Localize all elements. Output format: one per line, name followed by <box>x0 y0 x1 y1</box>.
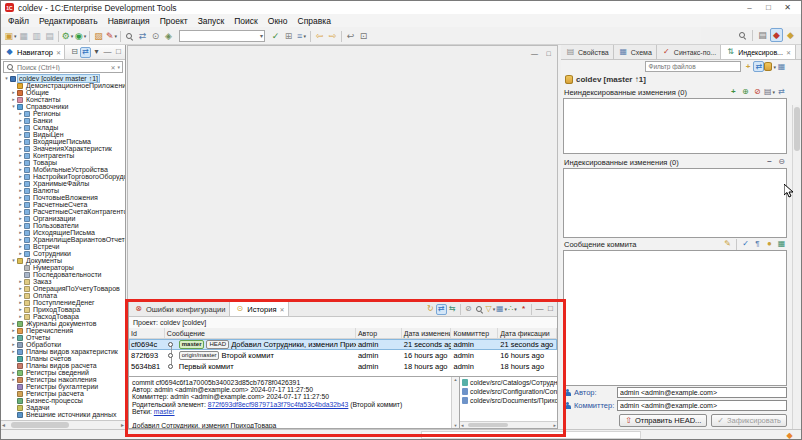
column-header-6[interactable]: Дата фиксации <box>498 328 557 338</box>
tree-expander-icon[interactable]: ▸ <box>17 243 24 250</box>
tree-item[interactable]: ▸Пользователи <box>1 222 125 229</box>
nav-back-icon[interactable]: ⇦ <box>313 29 326 43</box>
editor-area-btn-icon[interactable]: ▤ <box>756 28 769 42</box>
tree-expander-icon[interactable]: ▾ <box>10 103 17 110</box>
tree-expander-icon[interactable]: ▸ <box>10 327 17 334</box>
parent-commit-link[interactable]: 872f693df8ecf987971a3f79c4fa53c4bda32b43 <box>208 401 349 408</box>
branch-link[interactable]: master <box>154 408 175 415</box>
tree-expander-icon[interactable]: ▸ <box>10 348 17 355</box>
tab-close-icon[interactable]: ✕ <box>786 49 791 56</box>
link-editor-icon[interactable]: ⇄ <box>753 61 764 72</box>
max-icon[interactable]: □ <box>545 304 556 315</box>
tree-item[interactable]: ▸РасчетныеСчета <box>1 201 125 208</box>
author-field[interactable] <box>617 387 787 398</box>
tab-properties[interactable]: ▤Свойства <box>561 45 614 59</box>
tab-history[interactable]: ⊙История✕ <box>230 302 289 316</box>
tree-expander-icon[interactable]: ▸ <box>10 341 17 348</box>
check-small-icon[interactable]: ✓ <box>269 29 282 43</box>
column-header-2[interactable]: Сообщение <box>165 328 356 338</box>
tree-expander-icon[interactable]: ▾ <box>10 257 17 264</box>
last-edit-icon[interactable]: ↩ <box>344 29 357 43</box>
find-icon[interactable] <box>474 304 485 315</box>
scroll-thumb[interactable] <box>468 423 508 427</box>
tree-expander-icon[interactable]: ▸ <box>17 117 24 124</box>
grid-icon[interactable]: ▦ <box>776 61 787 72</box>
tree-expander-icon[interactable]: ▸ <box>17 187 24 194</box>
commit-row[interactable]: cf0694cmasterHEADДобавил Сотрудники, изм… <box>129 339 557 350</box>
refresh-icon[interactable]: ↻ <box>425 304 436 315</box>
tab-schema[interactable]: ▦Схема <box>614 45 657 59</box>
min-icon[interactable]: — <box>102 47 113 58</box>
push-head-button[interactable]: ⇧Отправить HEAD... <box>619 414 707 427</box>
unstaged-changes-list[interactable] <box>563 98 787 154</box>
tree-item[interactable]: ▸ВходящиеПисьма <box>1 138 125 145</box>
tree-item[interactable]: Нумераторы <box>1 264 125 271</box>
tree-expander-icon[interactable]: ▸ <box>10 96 17 103</box>
tab-staging-tab[interactable]: ⇅Индексиров...✕ <box>721 45 796 59</box>
nav-forward-icon[interactable]: ⇨ <box>326 29 339 43</box>
tree-expander-icon[interactable]: ▸ <box>17 222 24 229</box>
commit-file-row[interactable]: coldev/src/Catalogs/Сотрудники/Сотрудник… <box>460 378 557 387</box>
tree-item[interactable]: ▾Документы <box>1 257 125 264</box>
scroll-thumb[interactable] <box>794 107 800 151</box>
add-gold-icon[interactable]: + <box>742 61 753 72</box>
tree-item[interactable]: ▸Встречи <box>1 243 125 250</box>
ignore-icon[interactable]: ⊘ <box>752 87 763 98</box>
save-copy-icon[interactable]: ▤ <box>43 29 56 43</box>
tree-item[interactable]: Задачи <box>1 404 125 411</box>
tree-expander-icon[interactable]: ▸ <box>17 110 24 117</box>
save-all-icon[interactable]: ▥ <box>30 29 43 43</box>
minimize-button[interactable]: – <box>740 2 759 14</box>
column-header-3[interactable]: Автор <box>356 328 402 338</box>
search-input[interactable] <box>17 64 108 71</box>
format-brush-icon[interactable]: ✎▾ <box>105 29 118 43</box>
search-small-icon[interactable] <box>123 29 136 43</box>
staged-changes-list[interactable] <box>563 168 787 238</box>
menu-item[interactable]: Файл <box>3 16 34 26</box>
tree-item[interactable]: ▸Регионы <box>1 110 125 117</box>
tree-expander-icon[interactable]: ▸ <box>17 138 24 145</box>
filter-resource-icon[interactable]: ⊘ <box>463 304 474 315</box>
tree-expander-icon[interactable]: ▸ <box>17 173 24 180</box>
commit-button[interactable]: ✓Зафиксировать <box>711 414 787 427</box>
committer-field[interactable] <box>617 400 787 411</box>
tree-expander-icon[interactable]: ▾ <box>3 75 10 82</box>
tree-item[interactable]: ▸Общие <box>1 89 125 96</box>
tree-expander-icon[interactable]: ▸ <box>17 313 24 320</box>
scroll-thumb[interactable] <box>11 422 69 428</box>
settings-dropdown-icon[interactable]: ⚙▾ <box>61 29 74 43</box>
tree-item[interactable]: Планы видов расчета <box>1 362 125 369</box>
config-errors-icon[interactable]: ⊗ <box>133 304 144 315</box>
view-dropdown-icon[interactable]: ▤▾ <box>764 87 775 98</box>
tree-item[interactable]: ДемонстрационноеПриложение <box>1 82 125 89</box>
history-tab-icon[interactable]: ⊙ <box>234 304 245 315</box>
unstage-icon[interactable]: − <box>764 157 775 168</box>
tree-item[interactable]: ▸ВидыЦен <box>1 131 125 138</box>
tree-item[interactable]: ▸МобильныеУстройства <box>1 166 125 173</box>
menu-item[interactable]: Окно <box>263 16 293 26</box>
stage-icon[interactable]: + <box>728 87 739 98</box>
tree-item[interactable]: ▸Заказ <box>1 278 125 285</box>
tree-item[interactable]: ▸Регистры накопления <box>1 376 125 383</box>
tree-expander-icon[interactable]: ▸ <box>10 376 17 383</box>
tree-expander-icon[interactable]: ▸ <box>17 166 24 173</box>
navigator-hscrollbar[interactable]: ◂ ▸ <box>1 420 125 429</box>
tree-item[interactable]: Регистры расчета <box>1 390 125 397</box>
files-hscrollbar[interactable]: ◂ ▸ <box>460 421 557 428</box>
commit-message-input[interactable] <box>563 250 787 386</box>
tree-expander-icon[interactable]: ▸ <box>17 124 24 131</box>
file-filter-input[interactable] <box>645 61 741 72</box>
tree-expander-icon[interactable]: ▸ <box>17 285 24 292</box>
perspective-edt-icon[interactable]: ◆ <box>770 28 783 42</box>
tree-item[interactable]: ▸РасходТовара <box>1 313 125 320</box>
tree-item[interactable]: ▸Планы видов характеристик <box>1 348 125 355</box>
tree-item[interactable]: ▾coldev [coldev master ↑1] <box>1 75 125 82</box>
link-editor-icon[interactable]: ⇄ <box>80 47 91 58</box>
tree-item[interactable]: ▸Обработки <box>1 341 125 348</box>
tree-item[interactable]: ▸Сотрудники <box>1 250 125 257</box>
tree-expander-icon[interactable]: ▸ <box>17 145 24 152</box>
tree-item[interactable]: Последовательности <box>1 271 125 278</box>
format-icon[interactable]: ¶ <box>752 239 763 250</box>
tree-dropdown-icon[interactable]: ∴▾ <box>507 304 518 315</box>
tree-item[interactable]: ▸Товары <box>1 159 125 166</box>
